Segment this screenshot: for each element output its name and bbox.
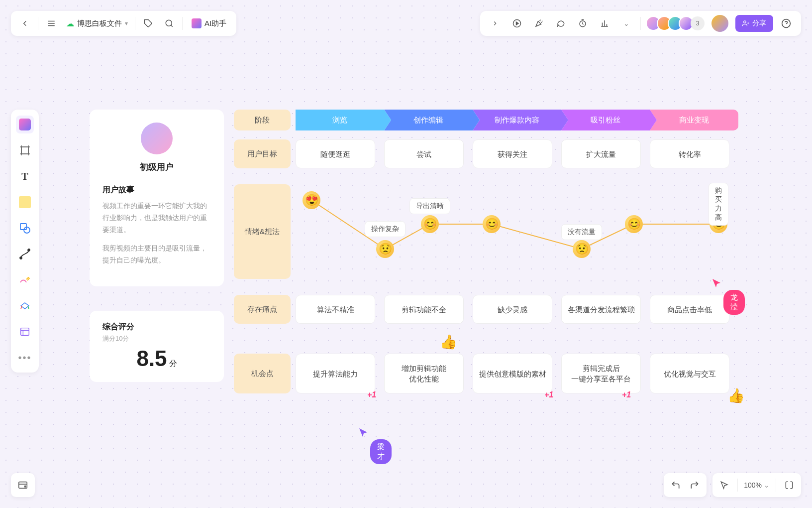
pain-2[interactable]: 剪辑功能不全 [384,295,464,324]
persona-avatar [141,123,173,154]
svg-line-5 [171,25,172,26]
svg-rect-18 [21,147,28,154]
fit-view[interactable] [782,476,796,494]
svg-point-25 [20,257,22,259]
more-tools[interactable]: ••• [16,349,34,367]
score-card[interactable]: 综合评分 满分10分 8.5分 [90,311,224,382]
row-label-opportunity: 机会点 [234,354,291,393]
row-label-stage: 阶段 [234,110,291,130]
stage-4[interactable]: 吸引粉丝 [561,110,650,130]
shape-tool[interactable] [16,219,34,237]
redo-button[interactable] [688,476,702,494]
frame-tool[interactable] [16,141,34,159]
play-icon[interactable] [508,14,526,32]
stage-2[interactable]: 创作编辑 [384,110,473,130]
svg-rect-23 [20,224,26,230]
goal-2[interactable]: 尝试 [384,139,464,168]
pains-row: 算法不精准 剪辑功能不全 缺少灵感 各渠道分发流程繁琐 商品点击率低 [296,295,729,324]
opp-2[interactable]: 增加剪辑功能 优化性能 [384,354,464,393]
pain-5[interactable]: 商品点击率低 [650,295,729,324]
zoom-level[interactable]: 100%⌄ [744,476,770,494]
pointer-mode[interactable] [717,476,731,494]
ai-label: AI助手 [204,19,226,28]
logo-tool[interactable] [16,116,34,133]
search-button[interactable] [160,14,178,32]
stage-1[interactable]: 浏览 [296,110,384,130]
emoji-smile: 😊 [483,215,501,233]
cursor-label-purple: 梁才 [370,439,392,464]
cursor-icon [358,427,370,439]
collaborator-avatars[interactable]: 3 [646,16,705,31]
persona-card[interactable]: 初级用户 用户故事 视频工作的重要一环它能扩大我的行业影响力，也是我触达用户的重… [90,110,224,286]
emoji-smile: 😊 [421,215,439,233]
thumbs-up-icon: 👍 [727,387,745,404]
score-sub: 满分10分 [102,334,211,343]
goals-row: 随便逛逛 尝试 获得关注 扩大流量 转化率 [296,139,729,168]
menu-button[interactable] [42,14,60,32]
goal-3[interactable]: 获得关注 [473,139,552,168]
emoji-worried: 😟 [573,240,591,258]
text-tool[interactable]: T [16,167,34,185]
stage-3[interactable]: 制作爆款内容 [473,110,561,130]
share-label: 分享 [752,19,766,28]
emotion-chart[interactable]: 😍 😟 😊 😊 😟 😊 😊 操作复杂 导出清晰 没有流量 购买力高 [296,184,732,279]
pain-4[interactable]: 各渠道分发流程繁琐 [561,295,641,324]
persona-story-heading: 用户故事 [102,185,211,195]
celebrate-icon[interactable] [530,14,548,32]
row-label-emotion: 情绪&想法 [234,184,291,279]
goal-5[interactable]: 转化率 [650,139,729,168]
emo-tag-1[interactable]: 操作复杂 [365,221,406,237]
tag-button[interactable] [139,14,157,32]
score-title: 综合评分 [102,322,211,332]
current-user-avatar[interactable] [711,15,728,32]
back-button[interactable] [16,14,34,32]
bottom-right-controls: 100%⌄ [664,473,801,497]
minimize-panel-button[interactable] [11,473,35,497]
emo-tag-4[interactable]: 购买力高 [709,183,728,226]
ai-assistant-button[interactable]: AI助手 [187,14,231,32]
sticky-tool[interactable] [16,193,34,211]
stage-5[interactable]: 商业变现 [650,110,738,130]
opp-5[interactable]: 优化视觉与交互 [650,354,729,393]
opp-4[interactable]: 剪辑完成后 一键分享至各平台 [561,354,641,393]
svg-point-32 [24,486,26,487]
more-icon[interactable]: ⌄ [617,14,635,32]
pen-tool[interactable] [16,271,34,289]
ai-icon [192,18,202,28]
timer-icon[interactable] [574,14,592,32]
stages-header: 浏览 创作编辑 制作爆款内容 吸引粉丝 商业变现 [296,110,738,130]
svg-marker-7 [516,22,519,25]
cursor-label-pink: 龙滢 [723,290,745,315]
collapse-icon[interactable] [486,14,504,32]
opp-1[interactable]: 提升算法能力 [296,354,375,393]
emoji-worried: 😟 [376,240,394,258]
persona-title: 初级用户 [102,161,211,173]
file-name-dropdown[interactable]: ☁ 博思白板文件 ▾ [63,19,131,28]
opp-3[interactable]: 提供创意模版的素材 [473,354,552,393]
svg-point-13 [744,21,746,23]
undo-button[interactable] [669,476,683,494]
emo-tag-2[interactable]: 导出清晰 [409,198,450,214]
topbar-left: ☁ 博思白板文件 ▾ AI助手 [11,11,236,36]
persona-story-1: 视频工作的重要一环它能扩大我的行业影响力，也是我触达用户的重要渠道。 [102,200,211,236]
comment-icon[interactable] [552,14,570,32]
pain-1[interactable]: 算法不精准 [296,295,375,324]
goal-4[interactable]: 扩大流量 [561,139,641,168]
help-button[interactable] [777,14,795,32]
cursor-icon [711,278,723,290]
emo-tag-3[interactable]: 没有流量 [561,224,602,240]
score-value: 8.5分 [102,346,211,371]
topbar-right: ⌄ 3 分享 [480,11,801,36]
avatar-overflow: 3 [691,16,705,30]
opps-row: 提升算法能力 增加剪辑功能 优化性能 提供创意模版的素材 剪辑完成后 一键分享至… [296,354,729,393]
widget-tool[interactable] [16,323,34,341]
svg-point-4 [166,20,172,26]
plus-one-badge: +1 [622,390,631,399]
chart-icon[interactable] [596,14,613,32]
svg-point-24 [24,227,30,233]
connector-tool[interactable] [16,245,34,263]
goal-1[interactable]: 随便逛逛 [296,139,375,168]
pain-3[interactable]: 缺少灵感 [473,295,552,324]
share-button[interactable]: 分享 [735,15,773,32]
highlighter-tool[interactable] [16,297,34,315]
